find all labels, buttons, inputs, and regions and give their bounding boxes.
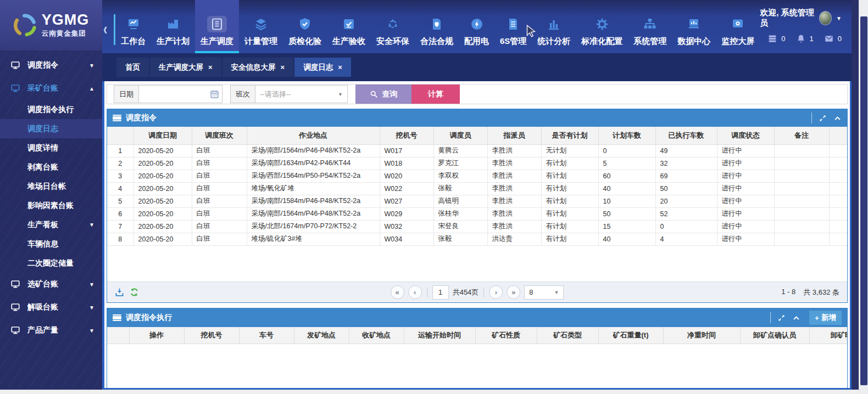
monitor-icon: [10, 302, 21, 312]
column-header[interactable]: 已执行车数: [655, 127, 717, 144]
table-row[interactable]: 52020-05-20白班采场/南部/1584m/P46-P48/KT52-2a…: [107, 195, 847, 207]
column-header[interactable]: 运输开始时间: [404, 327, 475, 344]
column-header[interactable]: [829, 127, 847, 144]
sidebar-item[interactable]: 产品产量▼: [0, 319, 102, 342]
column-header[interactable]: 挖机号: [380, 127, 433, 144]
sidebar-subitem[interactable]: 二次圈定储量: [0, 254, 102, 273]
column-header[interactable]: 矿石重量(t): [598, 327, 663, 344]
table-row[interactable]: 32020-05-20白班采场/西部/1564m/P50-P54/KT52-2a…: [107, 170, 847, 182]
mail-badge[interactable]: 0: [824, 34, 842, 43]
table-cell: [829, 233, 847, 245]
expand-icon[interactable]: [777, 314, 786, 322]
sidebar-subitem[interactable]: 调度详情: [0, 138, 102, 157]
nav-item[interactable]: 合法合规: [415, 0, 459, 53]
column-header[interactable]: 调度状态: [717, 127, 774, 144]
table-cell: 堆场/硫化矿3#堆: [247, 233, 380, 245]
sidebar-subitem[interactable]: 车辆信息: [0, 234, 102, 254]
table-row[interactable]: 12020-05-20白班采场/南部/1564m/P46-P48/KT52-2a…: [107, 144, 847, 157]
date-input[interactable]: [139, 85, 222, 103]
next-page-button[interactable]: ›: [489, 285, 503, 299]
nav-item[interactable]: 生产计划: [151, 0, 195, 53]
sidebar-subitem[interactable]: 调度日志: [0, 119, 102, 138]
table-row[interactable]: 72020-05-20白班采场/北部/1674m/P70-P72/KT52-2W…: [107, 220, 847, 233]
sidebar-subitem[interactable]: 堆场日台帐: [0, 177, 102, 196]
vertical-scrollbar[interactable]: [859, 0, 868, 394]
server-badge[interactable]: 0: [767, 34, 785, 43]
page-size-select[interactable]: 8 ▼: [524, 285, 564, 300]
close-icon[interactable]: ×: [338, 64, 342, 71]
sidebar-subitem[interactable]: 调度指令执行: [0, 100, 102, 119]
tab[interactable]: 首页: [116, 58, 149, 77]
logo[interactable]: YGMG 云南黄金集团: [0, 0, 102, 50]
refresh-icon[interactable]: [130, 288, 139, 297]
column-header[interactable]: 操作: [129, 327, 184, 344]
column-header[interactable]: 卸矿点确认员: [740, 327, 809, 344]
shift-select[interactable]: --请选择-- ▼: [255, 85, 348, 103]
column-header[interactable]: 调度班次: [192, 127, 247, 144]
column-header[interactable]: 矿石性质: [475, 327, 537, 344]
tab[interactable]: 安全信息大屏×: [222, 58, 294, 77]
nav-item[interactable]: 6S管理: [494, 0, 532, 53]
sidebar-item[interactable]: 调度指令▼: [0, 54, 102, 77]
nav-item[interactable]: 计量管理: [239, 0, 283, 53]
calculate-button[interactable]: 计算: [411, 85, 460, 104]
column-header[interactable]: 调度员: [433, 127, 487, 144]
nav-item[interactable]: 配用电: [459, 0, 494, 53]
nav-item[interactable]: 质检化验: [283, 0, 327, 53]
nav-item[interactable]: 工作台: [115, 0, 151, 53]
horizontal-scrollbar[interactable]: [0, 390, 859, 394]
column-header[interactable]: 发矿地点: [294, 327, 349, 344]
column-header[interactable]: 调度日期: [133, 127, 192, 144]
column-header[interactable]: 车号: [239, 327, 294, 344]
close-icon[interactable]: ×: [208, 64, 213, 71]
collapse-panel-icon[interactable]: [792, 314, 800, 322]
column-header[interactable]: 备注: [774, 127, 829, 144]
nav-item[interactable]: 监控大屏: [716, 0, 760, 53]
add-record-button[interactable]: + 新增: [809, 311, 842, 325]
nav-item[interactable]: 数据中心: [672, 0, 716, 53]
sidebar-subitem[interactable]: 影响因素台账: [0, 196, 102, 215]
nav-item[interactable]: 系统管理: [628, 0, 672, 53]
column-header[interactable]: 计划车数: [598, 127, 655, 144]
collapse-panel-icon[interactable]: [833, 114, 842, 122]
column-header[interactable]: 是否有计划: [541, 127, 598, 144]
search-button[interactable]: 查询: [355, 85, 411, 104]
nav-item[interactable]: 生产验收: [327, 0, 371, 53]
expand-icon[interactable]: [819, 114, 827, 122]
sidebar-collapse-toggle[interactable]: ‹: [103, 21, 107, 38]
page-number-input[interactable]: [432, 285, 449, 300]
column-header[interactable]: 挖机号: [184, 327, 239, 344]
column-header[interactable]: [107, 327, 129, 344]
sidebar-item[interactable]: 解吸台账▼: [0, 296, 102, 319]
column-header[interactable]: [107, 127, 133, 144]
column-header[interactable]: 作业地点: [247, 127, 380, 144]
bell-badge[interactable]: 1: [795, 34, 814, 43]
sidebar-item[interactable]: 选矿台账▼: [0, 273, 102, 296]
tab[interactable]: 生产调度大屏×: [150, 58, 221, 77]
close-icon[interactable]: ×: [281, 64, 285, 71]
nav-item[interactable]: 生产调度: [195, 0, 239, 53]
avatar[interactable]: [819, 11, 832, 25]
nav-item[interactable]: 标准化配置: [576, 0, 628, 53]
column-header[interactable]: 指派员: [487, 127, 541, 144]
column-header[interactable]: 净重时间: [663, 327, 740, 344]
column-header[interactable]: 矿石类型: [537, 327, 598, 344]
first-page-button[interactable]: «: [391, 285, 404, 299]
table-row[interactable]: 82020-05-20白班堆场/硫化矿3#堆W034张毅洪达贵有计划404进行中: [107, 233, 847, 245]
column-header[interactable]: 卸矿时间: [809, 327, 847, 344]
column-header[interactable]: 收矿地点: [349, 327, 404, 344]
download-icon[interactable]: [115, 288, 124, 297]
prev-page-button[interactable]: ‹: [408, 285, 422, 299]
sidebar-subitem[interactable]: 生产看板▼: [0, 215, 102, 234]
table-row[interactable]: 22020-05-20白班采场/南部/1634m/P42-P46/KT44W01…: [107, 157, 847, 170]
table-row[interactable]: 62020-05-20白班采场/南部/1564m/P46-P48/KT52-2a…: [107, 207, 847, 220]
sidebar-item[interactable]: 采矿台账▲: [0, 77, 102, 100]
user-menu[interactable]: 欢迎, 系统管理员 ▼: [760, 8, 842, 29]
table-row[interactable]: 42020-05-20白班堆场/氧化矿堆W022张毅李胜洪有计划4050进行中: [107, 182, 847, 195]
nav-item[interactable]: 安全环保: [371, 0, 415, 53]
sidebar-subitem[interactable]: 剥离台账: [0, 157, 102, 177]
last-page-button[interactable]: »: [507, 285, 520, 299]
vertical-scrollbar-thumb[interactable]: [860, 16, 867, 385]
nav-item[interactable]: 统计分析: [532, 0, 576, 53]
tab[interactable]: 调度日志×: [294, 58, 351, 77]
